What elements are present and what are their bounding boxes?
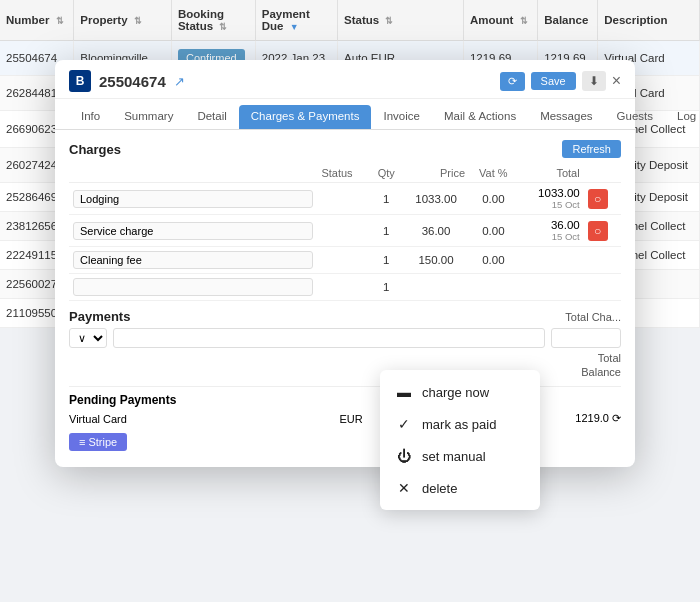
charge-name-input[interactable] [73,278,313,296]
tab-charges-and-payments[interactable]: Charges & Payments [239,105,372,129]
charges-col-status: Status [317,164,369,183]
tab-messages[interactable]: Messages [528,105,604,129]
tab-info[interactable]: Info [69,105,112,129]
booking-id: 25504674 [99,73,166,90]
col-status[interactable]: Status ⇅ [338,0,464,41]
charge-name-input[interactable] [73,251,313,269]
download-button[interactable]: ⬇ [582,71,606,91]
payment-select[interactable]: ∨ [69,328,107,348]
charges-col-vat: Vat % [469,164,518,183]
tab-invoice[interactable]: Invoice [371,105,431,129]
pending-item-amount: 1219.0 ⟳ [575,412,621,425]
payments-title: Payments [69,309,130,324]
charges-refresh-button[interactable]: Refresh [562,140,621,158]
payments-section: Payments Total Cha... ∨ 0.00 Total Balan… [69,309,621,378]
sort-icon-payment-due: ▼ [290,22,299,32]
charge-total-cell [518,274,584,301]
charge-price-cell: 150.00 [403,247,469,274]
charges-table: Status Qty Price Vat % Total 1 1033.00 0… [69,164,621,301]
external-link-icon[interactable]: ↗ [174,74,185,89]
context-menu-item-set-manual[interactable]: ⏻set manual [380,440,540,472]
charge-action-cell: ○ [584,183,621,215]
col-description: Description [598,0,700,41]
total-charges-label: Total Cha... [565,311,621,323]
modal-content: Charges Refresh Status Qty Price Vat % T… [55,130,635,451]
col-property[interactable]: Property ⇅ [74,0,172,41]
tab-log[interactable]: Log [665,105,700,129]
charge-total-cell: 1033.0015 Oct [518,183,584,215]
charges-col-price: Price [403,164,469,183]
context-menu-item-delete[interactable]: ✕delete [380,472,540,504]
col-amount[interactable]: Amount ⇅ [463,0,537,41]
charge-name-cell [69,247,317,274]
charge-name-cell [69,215,317,247]
sort-icon: ⇅ [56,16,64,26]
charge-date: 15 Oct [522,231,580,242]
tab-summary[interactable]: Summary [112,105,185,129]
charge-status-cell [317,274,369,301]
charges-col-action [584,164,621,183]
context-menu-item-mark-as-paid[interactable]: ✓mark as paid [380,408,540,440]
charges-col-name [69,164,317,183]
sort-icon: ⇅ [520,16,528,26]
charge-action-cell: ○ [584,215,621,247]
charge-vat-cell [469,274,518,301]
sort-icon: ⇅ [134,16,142,26]
charges-col-total: Total [518,164,584,183]
save-button[interactable]: Save [531,72,576,90]
pending-item-currency: EUR [339,413,362,425]
tab-guests[interactable]: Guests [605,105,665,129]
col-booking-status[interactable]: BookingStatus ⇅ [171,0,255,41]
charge-row: 1 36.00 0.00 36.0015 Oct ○ [69,215,621,247]
context-menu-item-charge-now[interactable]: ▬charge now [380,376,540,408]
payments-header: Payments Total Cha... [69,309,621,324]
context-menu-label: delete [422,481,457,496]
payment-amount-input[interactable]: 0.00 [551,328,621,348]
charge-vat-cell: 0.00 [469,247,518,274]
charge-delete-button[interactable]: ○ [588,189,608,209]
charge-price-cell: 1033.00 [403,183,469,215]
tab-mail-and-actions[interactable]: Mail & Actions [432,105,528,129]
charge-qty-cell: 1 [370,247,403,274]
charge-row: 1 1033.00 0.00 1033.0015 Oct ○ [69,183,621,215]
check-icon: ✓ [396,416,412,432]
sort-icon: ⇅ [219,22,227,32]
charges-title: Charges [69,142,121,157]
modal-header-left: B 25504674 ↗ [69,70,185,92]
payment-input[interactable] [113,328,545,348]
charge-qty-cell: 1 [370,183,403,215]
context-menu-label: set manual [422,449,486,464]
charge-name-cell [69,274,317,301]
credit-card-icon: ▬ [396,384,412,400]
charge-price-cell [403,274,469,301]
close-icon: ✕ [396,480,412,496]
charge-status-cell [317,183,369,215]
charge-name-input[interactable] [73,222,313,240]
col-payment-due[interactable]: PaymentDue ▼ [255,0,337,41]
charge-status-cell [317,247,369,274]
sort-icon: ⇅ [385,16,393,26]
context-menu: ▬charge now✓mark as paid⏻set manual✕dele… [380,370,540,510]
charge-status-cell [317,215,369,247]
charge-row: 1 150.00 0.00 [69,247,621,274]
total-row: Total [69,352,621,364]
payment-row: ∨ 0.00 [69,328,621,348]
charges-section-header: Charges Refresh [69,140,621,158]
col-balance: Balance [538,0,598,41]
charge-row: 1 [69,274,621,301]
power-icon: ⏻ [396,448,412,464]
stripe-button[interactable]: ≡ Stripe [69,433,127,451]
header-refresh-button[interactable]: ⟳ [500,72,525,91]
col-number[interactable]: Number ⇅ [0,0,74,41]
charge-name-input[interactable] [73,190,313,208]
tab-detail[interactable]: Detail [185,105,238,129]
refresh-icon: ⟳ [508,75,517,88]
charge-delete-button[interactable]: ○ [588,221,608,241]
modal-header: B 25504674 ↗ ⟳ Save ⬇ × [55,60,635,99]
context-menu-label: charge now [422,385,489,400]
charge-qty-cell: 1 [370,215,403,247]
charge-price-cell: 36.00 [403,215,469,247]
charges-col-qty: Qty [370,164,403,183]
close-button[interactable]: × [612,73,621,89]
charge-name-cell [69,183,317,215]
